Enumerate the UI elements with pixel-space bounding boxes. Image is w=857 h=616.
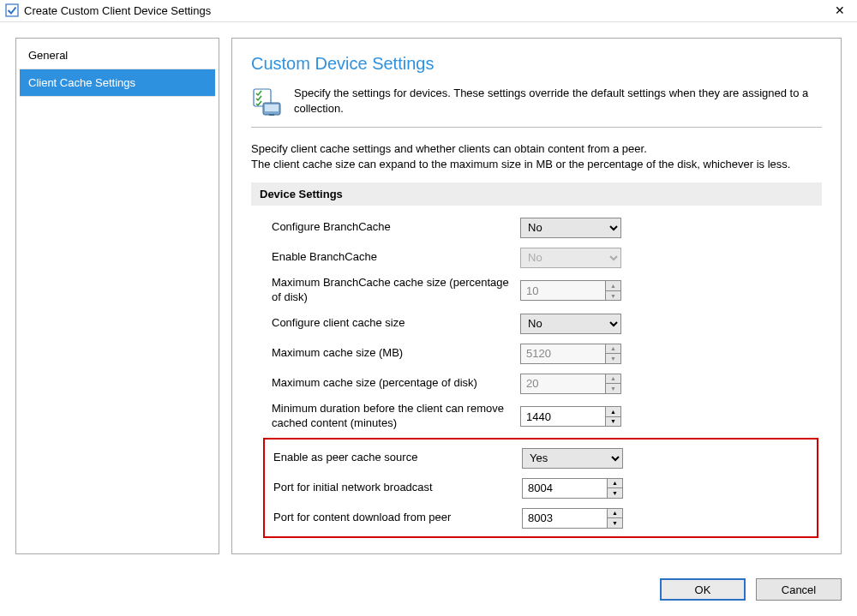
spinner-port-initial-broadcast[interactable]: 8004 ▲ ▼ <box>522 478 623 499</box>
highlight-box: Enable as peer cache source Yes Port for… <box>263 438 818 538</box>
setting-label: Configure BranchCache <box>272 217 512 238</box>
page-title: Custom Device Settings <box>251 54 822 74</box>
setting-control: 5120 ▲ ▼ <box>520 344 621 364</box>
spinner-value[interactable]: 8004 <box>523 479 607 498</box>
spinner-value: 20 <box>521 374 605 393</box>
button-label: Cancel <box>782 583 816 596</box>
combo-configure-client-cache-size[interactable]: No <box>520 314 621 334</box>
description-line: The client cache size can expand to the … <box>251 157 822 172</box>
spinner-up-icon[interactable]: ▲ <box>606 407 620 417</box>
spinner-min-duration-remove[interactable]: 1440 ▲ ▼ <box>520 406 621 427</box>
setting-label: Maximum cache size (percentage of disk) <box>272 373 512 394</box>
sidebar: General Client Cache Settings <box>15 38 219 554</box>
description: Specify client cache settings and whethe… <box>251 141 822 172</box>
setting-control: Yes <box>522 448 623 469</box>
sidebar-item-client-cache-settings[interactable]: Client Cache Settings <box>20 69 215 97</box>
spinner-max-branchcache-size: 10 ▲ ▼ <box>520 280 621 301</box>
spinner-down-icon[interactable]: ▼ <box>608 488 622 498</box>
setting-label: Port for content download from peer <box>273 507 513 529</box>
setting-label: Enable BranchCache <box>272 247 512 268</box>
svg-rect-3 <box>265 105 279 111</box>
setting-control: 8004 ▲ ▼ <box>522 478 623 499</box>
section-header: Device Settings <box>251 182 822 206</box>
spinner-up-icon: ▲ <box>606 374 620 385</box>
spinner-value[interactable]: 8003 <box>523 509 607 528</box>
combo-configure-branchcache[interactable]: No <box>520 218 621 238</box>
intro-row: Specify the settings for devices. These … <box>251 86 822 128</box>
footer: OK Cancel <box>0 570 857 616</box>
setting-label: Port for initial network broadcast <box>273 477 513 499</box>
combo-enable-branchcache: No <box>520 248 621 268</box>
setting-control: No <box>520 248 621 268</box>
spinner-down-icon[interactable]: ▼ <box>608 518 622 528</box>
main-panel: Custom Device Settings Specify the setti… <box>231 38 842 554</box>
setting-max-cache-size-mb: Maximum cache size (MB) 5120 ▲ ▼ <box>272 338 818 368</box>
spinner-max-cache-size-pct: 20 ▲ ▼ <box>520 374 621 394</box>
spinner-down-icon[interactable]: ▼ <box>606 417 620 427</box>
spinner-value: 5120 <box>521 344 605 363</box>
svg-rect-0 <box>6 4 18 16</box>
spinner-port-content-download[interactable]: 8003 ▲ ▼ <box>522 508 623 529</box>
spinner-buttons: ▲ ▼ <box>605 374 620 393</box>
spinner-buttons: ▲ ▼ <box>605 281 620 300</box>
sidebar-item-label: Client Cache Settings <box>28 76 135 89</box>
setting-port-content-download: Port for content download from peer 8003… <box>273 503 813 533</box>
settings-list: Configure BranchCache No Enable BranchCa… <box>251 212 822 538</box>
sidebar-item-label: General <box>28 49 68 62</box>
setting-enable-peer-cache-source: Enable as peer cache source Yes <box>273 443 813 473</box>
setting-port-initial-broadcast: Port for initial network broadcast 8004 … <box>273 473 813 503</box>
svg-rect-4 <box>269 114 274 116</box>
setting-configure-branchcache: Configure BranchCache No <box>272 212 818 242</box>
setting-control: 10 ▲ ▼ <box>520 280 621 301</box>
spinner-up-icon[interactable]: ▲ <box>608 509 622 519</box>
spinner-up-icon: ▲ <box>606 281 620 291</box>
dialog-window: Create Custom Client Device Settings ✕ G… <box>0 0 857 616</box>
intro-text: Specify the settings for devices. These … <box>294 86 822 117</box>
dialog-body: General Client Cache Settings Custom Dev… <box>0 22 857 570</box>
setting-configure-client-cache-size: Configure client cache size No <box>272 308 818 338</box>
setting-label: Maximum BranchCache cache size (percenta… <box>272 272 512 308</box>
ok-button[interactable]: OK <box>660 578 746 601</box>
spinner-buttons: ▲ ▼ <box>607 509 622 528</box>
setting-label: Enable as peer cache source <box>273 447 513 469</box>
cancel-button[interactable]: Cancel <box>756 578 842 601</box>
spinner-max-cache-size-mb: 5120 ▲ ▼ <box>520 344 621 364</box>
setting-max-branchcache-size: Maximum BranchCache cache size (percenta… <box>272 272 818 308</box>
spinner-up-icon: ▲ <box>606 344 620 355</box>
setting-label: Minimum duration before the client can r… <box>272 398 512 434</box>
spinner-down-icon: ▼ <box>606 384 620 393</box>
sidebar-item-general[interactable]: General <box>20 42 215 69</box>
setting-label: Maximum cache size (MB) <box>272 343 512 364</box>
setting-label: Configure client cache size <box>272 313 512 334</box>
setting-control: 8003 ▲ ▼ <box>522 508 623 529</box>
button-label: OK <box>695 583 711 596</box>
setting-control: 20 ▲ ▼ <box>520 374 621 394</box>
spinner-buttons: ▲ ▼ <box>605 344 620 363</box>
window-title: Create Custom Client Device Settings <box>24 4 211 17</box>
close-button[interactable]: ✕ <box>831 3 848 17</box>
spinner-value: 10 <box>521 281 605 300</box>
spinner-down-icon: ▼ <box>606 354 620 363</box>
spinner-down-icon: ▼ <box>606 291 620 301</box>
combo-enable-peer-cache-source[interactable]: Yes <box>522 448 623 469</box>
spinner-value[interactable]: 1440 <box>521 407 605 426</box>
titlebar: Create Custom Client Device Settings ✕ <box>0 0 857 22</box>
spinner-up-icon[interactable]: ▲ <box>608 479 622 489</box>
setting-max-cache-size-pct: Maximum cache size (percentage of disk) … <box>272 368 818 398</box>
spinner-buttons: ▲ ▼ <box>605 407 620 426</box>
setting-min-duration-remove: Minimum duration before the client can r… <box>272 398 818 434</box>
spinner-buttons: ▲ ▼ <box>607 479 622 498</box>
setting-enable-branchcache: Enable BranchCache No <box>272 242 818 272</box>
titlebar-left: Create Custom Client Device Settings <box>5 3 211 17</box>
setting-control: No <box>520 218 621 238</box>
app-icon <box>5 3 19 17</box>
description-line: Specify client cache settings and whethe… <box>251 141 822 157</box>
setting-control: No <box>520 314 621 334</box>
setting-control: 1440 ▲ ▼ <box>520 406 621 427</box>
settings-icon <box>251 86 282 117</box>
